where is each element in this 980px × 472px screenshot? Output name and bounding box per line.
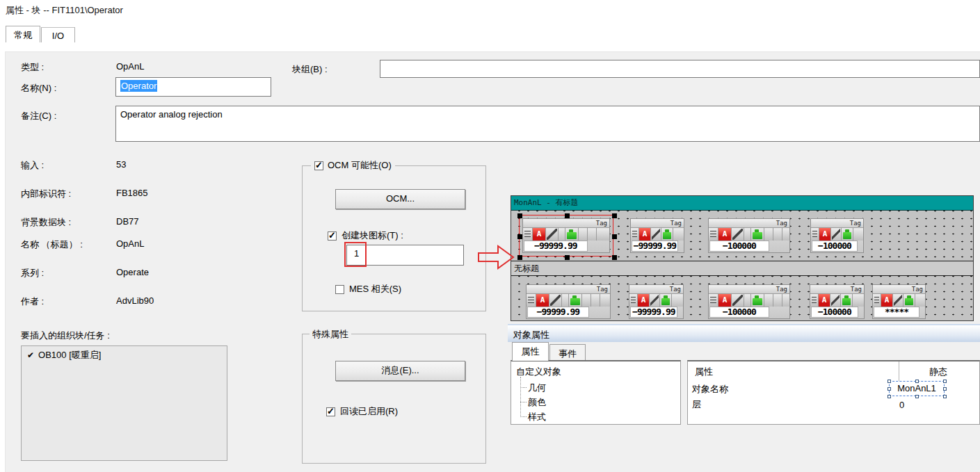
selection-handle[interactable]	[517, 255, 522, 260]
icon-value-row: −100000	[709, 241, 789, 252]
spacer-segment	[853, 228, 863, 241]
comment-text: Operator analog rejection	[120, 109, 223, 120]
icon-button-row: A	[810, 294, 864, 307]
selection-handle[interactable]	[612, 234, 617, 239]
author-label: 作者 :	[21, 295, 44, 308]
readback-checkbox[interactable]	[326, 407, 335, 416]
selection-handle[interactable]	[612, 213, 617, 218]
icon-value-row: −100000	[709, 307, 789, 318]
slash-icon	[732, 228, 744, 241]
icon-button-row: A	[629, 294, 683, 307]
hand-icon	[842, 228, 853, 241]
icon-value-row: −99999.99	[631, 241, 684, 252]
block-icon-preview-panel: MonAnL - 有标题 TagA−99999.99TagA−99999.99T…	[511, 195, 974, 321]
spacer-segment	[853, 294, 864, 307]
comment-textarea[interactable]: Operator analog rejection	[115, 106, 980, 142]
selection-handle[interactable]	[517, 213, 522, 218]
spacer-segment	[672, 294, 683, 307]
icon-value-row: −100000	[810, 307, 864, 318]
faceplate-block-icon[interactable]: TagA−100000	[708, 284, 790, 319]
grid-column-divider	[899, 361, 899, 381]
objprops-tab-events[interactable]: 事件	[549, 344, 586, 361]
header-name-value: OpAnL	[116, 238, 144, 249]
selection-rectangle	[519, 215, 613, 257]
tab-io[interactable]: I/O	[41, 27, 75, 42]
faceplate-block-icon[interactable]: TagA−100000	[708, 218, 790, 253]
readback-label: 回读已启用(R)	[340, 405, 398, 418]
type-value: OpAnL	[116, 61, 144, 72]
family-value: Operate	[116, 267, 149, 277]
spacer-segment	[773, 294, 782, 307]
selection-handle[interactable]	[565, 213, 570, 218]
name-label: 名称(N) :	[21, 82, 56, 95]
create-block-icon-checkbox[interactable]	[328, 231, 337, 241]
slash-icon	[893, 294, 903, 307]
special-group-title: 特殊属性	[310, 328, 351, 341]
readback-row: 回读已启用(R)	[326, 405, 398, 418]
hand-icon	[841, 294, 853, 307]
object-properties-header: 对象属性	[508, 324, 980, 342]
grid-row-value[interactable]: MonAnL1	[890, 383, 944, 393]
icon-value-row: −99999.99	[629, 307, 683, 318]
process-value: −100000	[709, 307, 769, 318]
icon-button-row: A	[527, 294, 610, 307]
menu-icon	[629, 294, 638, 307]
slash-icon	[830, 294, 841, 307]
annotation-red-arrow-icon	[478, 244, 515, 270]
comment-label: 备注(C) :	[21, 110, 56, 122]
message-button[interactable]: 消息(E)...	[335, 361, 465, 381]
faceplate-block-icon[interactable]: TagA−99999.99	[630, 218, 684, 253]
type-label: 类型 :	[21, 61, 44, 74]
family-label: 系列 :	[21, 267, 44, 279]
acknowledge-A-icon: A	[881, 294, 893, 307]
faceplate-block-icon[interactable]: TagA−99999.99	[526, 284, 611, 319]
tree-root-item[interactable]: 自定义对象	[516, 366, 561, 378]
slash-icon	[732, 294, 744, 307]
tree-item-0[interactable]: 几何	[528, 382, 546, 394]
menu-icon	[631, 228, 639, 241]
tab-general[interactable]: 常规	[6, 26, 40, 42]
grid-row-value[interactable]: 0	[899, 400, 904, 410]
value-selection-handle[interactable]	[915, 395, 919, 398]
tasks-listbox[interactable]: ✔OB100 [暖重启]	[21, 345, 227, 461]
internal-id-value: FB1865	[116, 188, 148, 198]
tab-general-label: 常规	[14, 30, 32, 40]
instance-db-label: 背景数据块 :	[21, 216, 71, 229]
spacer-segment	[591, 294, 600, 307]
preview-canvas-row1: TagA−99999.99TagA−99999.99TagA−100000Tag…	[511, 211, 973, 261]
acknowledge-A-icon: A	[718, 228, 732, 241]
ocm-button[interactable]: OCM...	[335, 189, 465, 209]
grid-row-label[interactable]: 对象名称	[692, 383, 728, 396]
ocm-checkbox[interactable]	[314, 161, 323, 170]
process-value: *****	[874, 307, 919, 318]
mes-checkbox[interactable]	[335, 285, 344, 294]
menu-icon	[810, 294, 819, 307]
tree-item-1[interactable]: 颜色	[528, 396, 546, 409]
menu-icon	[527, 294, 536, 307]
selection-handle[interactable]	[612, 255, 617, 260]
faceplate-block-icon[interactable]: TagA−99999.99	[629, 284, 684, 319]
selection-handle[interactable]	[565, 255, 570, 260]
preview-titled-window-bar: MonAnL - 有标题	[511, 196, 973, 211]
value-selection-handle[interactable]	[887, 395, 891, 398]
tag-label: Tag	[709, 285, 789, 294]
acknowledge-A-icon: A	[638, 294, 650, 307]
selection-handle[interactable]	[517, 234, 522, 239]
spacer-segment	[673, 228, 684, 241]
faceplate-block-icon[interactable]: TagA*****	[872, 284, 926, 319]
grid-row-label[interactable]: 层	[692, 398, 701, 411]
tab-io-label: I/O	[52, 31, 64, 41]
task-list-item[interactable]: ✔OB100 [暖重启]	[22, 346, 227, 364]
spacer-segment	[782, 294, 789, 307]
menu-icon	[873, 294, 881, 307]
tasks-label: 要插入的组织块/任务 :	[21, 329, 110, 342]
faceplate-block-icon[interactable]: TagA−100000	[810, 284, 865, 319]
faceplate-block-icon[interactable]: TagA−100000	[810, 218, 864, 253]
value-selection-handle[interactable]	[943, 395, 947, 398]
objprops-tab-attributes[interactable]: 属性	[512, 342, 549, 361]
name-input[interactable]: Operator	[115, 77, 271, 97]
process-value: −99999.99	[632, 241, 678, 252]
block-group-input[interactable]	[380, 60, 980, 78]
tree-item-2[interactable]: 样式	[528, 411, 546, 423]
ocm-group-legend: OCM 可能性(O)	[311, 159, 395, 172]
